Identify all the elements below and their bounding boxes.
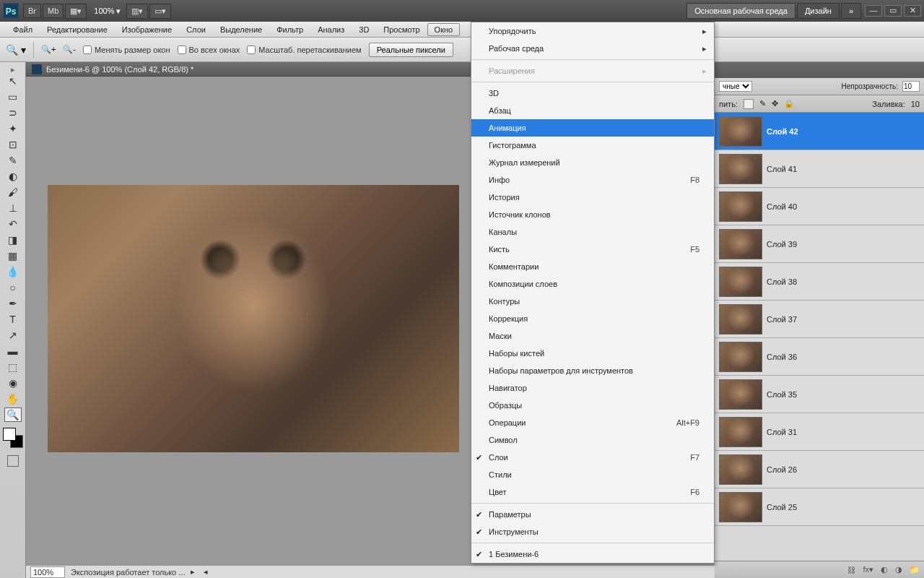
hand-tool[interactable]: ✋ [4, 392, 22, 406]
menu-item-toolpresets[interactable]: Наборы параметров для инструментов [471, 362, 714, 379]
menu-window[interactable]: Окно [427, 23, 461, 36]
type-tool[interactable]: T [4, 312, 22, 327]
menu-item-histogram[interactable]: Гистограмма [471, 137, 714, 154]
menu-view[interactable]: Просмотр [376, 23, 427, 36]
layer-row[interactable]: Слой 36 [715, 338, 924, 376]
menu-item-arrange[interactable]: Упорядочить▸ [471, 22, 714, 40]
layer-row[interactable]: Слой 26 [715, 451, 924, 488]
mask-icon[interactable]: ◐ [881, 565, 888, 574]
opacity-value[interactable]: 10 [902, 81, 920, 92]
path-tool[interactable]: ↗ [4, 328, 22, 342]
menu-item-paths[interactable]: Контуры [471, 293, 714, 310]
extras-button[interactable]: ▭▾ [149, 4, 171, 19]
menu-item-doc1[interactable]: ✔1 Безимени-6 [471, 545, 714, 563]
layer-row[interactable]: Слой 42 [715, 113, 924, 150]
layer-row[interactable]: Слой 37 [715, 301, 924, 338]
menu-item-history[interactable]: История [471, 189, 714, 206]
menu-3d[interactable]: 3D [352, 23, 376, 36]
menu-item-brushsets[interactable]: Наборы кистей [471, 345, 714, 362]
layer-row[interactable]: Слой 41 [715, 150, 924, 188]
menu-analysis[interactable]: Анализ [310, 23, 352, 36]
menu-item-clone[interactable]: Источник клонов [471, 206, 714, 223]
menu-item-layers[interactable]: ✔СлоиF7 [471, 449, 714, 466]
eraser-tool[interactable]: ◨ [4, 233, 22, 247]
menu-edit[interactable]: Редактирование [40, 23, 115, 36]
lock-move-icon[interactable]: ✥ [772, 99, 778, 108]
pen-tool[interactable]: ✒ [4, 296, 22, 311]
group-icon[interactable]: 📁 [910, 565, 920, 574]
menu-file[interactable]: Файл [6, 23, 40, 36]
scrubby-zoom-checkbox[interactable]: Масштаб. перетаскиванием [247, 46, 361, 54]
layer-row[interactable]: Слой 25 [715, 488, 924, 526]
menu-item-extensions[interactable]: Расширения▸ [471, 62, 714, 79]
menu-item-options[interactable]: ✔Параметры [471, 506, 714, 523]
gradient-tool[interactable]: ▦ [4, 249, 22, 263]
menu-item-workspace[interactable]: Рабочая среда▸ [471, 40, 714, 57]
maximize-icon[interactable]: ▭ [884, 5, 902, 17]
quickmask-button[interactable] [7, 455, 19, 467]
canvas-image[interactable] [48, 185, 459, 452]
menu-item-tools[interactable]: ✔Инструменты [471, 523, 714, 540]
toolbox-collapse-icon[interactable]: ▸ [0, 65, 25, 72]
menu-filter[interactable]: Фильтр [269, 23, 310, 36]
shape-tool[interactable]: ▬ [4, 344, 22, 358]
menu-item-measure[interactable]: Журнал измерений [471, 154, 714, 171]
blur-tool[interactable]: 💧 [4, 264, 22, 279]
3d-camera-tool[interactable]: ◉ [4, 376, 22, 390]
menu-image[interactable]: Изображение [115, 23, 179, 36]
adjustment-icon[interactable]: ◑ [895, 565, 902, 574]
layer-row[interactable]: Слой 31 [715, 413, 924, 451]
menu-item-swatches[interactable]: Образцы [471, 397, 714, 414]
workspace-main-button[interactable]: Основная рабочая среда [687, 3, 796, 19]
brush-tool[interactable]: 🖌 [4, 185, 22, 199]
menu-item-paragraph[interactable]: Абзац [471, 102, 714, 119]
screen-mode-button[interactable]: ▥▾ [126, 4, 148, 19]
menu-layer[interactable]: Слои [179, 23, 213, 36]
zoom-out-icon[interactable]: 🔍- [63, 45, 76, 54]
layer-row[interactable]: Слой 39 [715, 225, 924, 263]
eyedropper-tool[interactable]: ✎ [4, 153, 22, 168]
layer-row[interactable]: Слой 35 [715, 376, 924, 413]
menu-item-info[interactable]: ИнфоF8 [471, 171, 714, 189]
crop-tool[interactable]: ⊡ [4, 137, 22, 152]
layer-row[interactable]: Слой 38 [715, 263, 924, 301]
menu-item-color[interactable]: ЦветF6 [471, 483, 714, 501]
history-brush-tool[interactable]: ↶ [4, 217, 22, 231]
fx-icon[interactable]: fx▾ [863, 565, 873, 574]
workspace-more-button[interactable]: » [841, 3, 861, 19]
menu-item-animation[interactable]: Анимация [471, 119, 714, 137]
lasso-tool[interactable]: ⊃ [4, 105, 22, 120]
menu-item-comps[interactable]: Композиции слоев [471, 275, 714, 293]
close-icon[interactable]: ✕ [904, 5, 921, 17]
zoom-field[interactable]: 100% [30, 566, 65, 578]
bridge-button[interactable]: Br [23, 4, 41, 18]
actual-pixels-button[interactable]: Реальные пиксели [369, 43, 453, 57]
all-windows-checkbox[interactable]: Во всех окнах [178, 46, 240, 54]
link-layers-icon[interactable]: ⛓ [847, 566, 855, 574]
menu-item-navigator[interactable]: Навигатор [471, 379, 714, 397]
zoom-tool[interactable]: 🔍 [4, 407, 22, 422]
lock-transparent-icon[interactable] [744, 99, 754, 109]
fill-value[interactable]: 10 [911, 100, 920, 108]
menu-item-masks[interactable]: Маски [471, 327, 714, 345]
menu-item-styles[interactable]: Стили [471, 466, 714, 483]
zoom-level[interactable]: 100% ▾ [94, 7, 121, 16]
layer-row[interactable]: Слой 40 [715, 188, 924, 225]
menu-item-3d[interactable]: 3D [471, 85, 714, 102]
workspace-design-button[interactable]: Дизайн [797, 3, 840, 19]
color-swatch[interactable] [3, 428, 23, 448]
stamp-tool[interactable]: ⊥ [4, 201, 22, 215]
menu-item-character[interactable]: Символ [471, 431, 714, 449]
menu-item-comments[interactable]: Комментарии [471, 258, 714, 275]
menu-select[interactable]: Выделение [213, 23, 269, 36]
move-tool[interactable]: ↖ [4, 74, 22, 88]
resize-windows-checkbox[interactable]: Менять размер окон [83, 46, 170, 54]
marquee-tool[interactable]: ▭ [4, 90, 22, 104]
dodge-tool[interactable]: ○ [4, 280, 22, 295]
3d-tool[interactable]: ⬚ [4, 360, 22, 374]
zoom-in-icon[interactable]: 🔍+ [41, 45, 56, 54]
menu-item-brush[interactable]: КистьF5 [471, 241, 714, 258]
blend-mode-select[interactable]: чные [719, 81, 752, 92]
healing-tool[interactable]: ◐ [4, 169, 22, 184]
menu-item-adjust[interactable]: Коррекция [471, 310, 714, 327]
